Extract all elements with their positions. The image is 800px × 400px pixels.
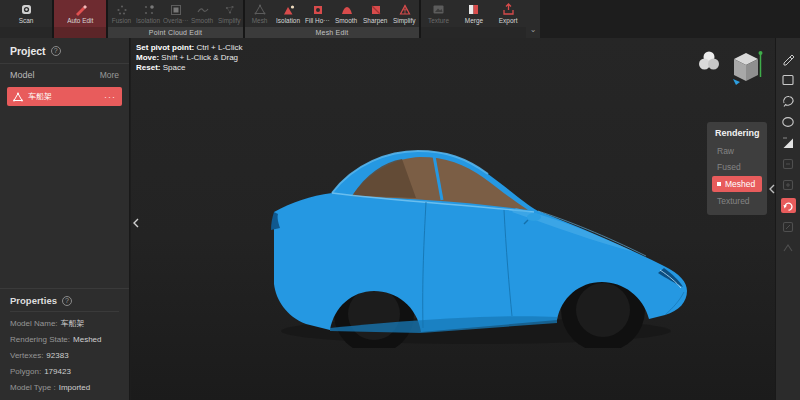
output-block: Texture Merge Export	[421, 0, 526, 38]
merge-icon	[467, 3, 480, 16]
magic-pen-icon	[74, 3, 87, 16]
point-cloud-edit-group-label: Point Cloud Edit	[108, 27, 243, 38]
overlap-detection-button[interactable]: Overla···	[162, 0, 189, 27]
viewport-hints: Set pivot point: Ctrl + L-Click Move: Sh…	[136, 43, 242, 73]
ellipse-select-icon[interactable]	[781, 114, 796, 129]
more-button[interactable]: More	[100, 70, 119, 80]
mesh-edit-group: Mesh Isolation Fill Ho···	[245, 0, 419, 38]
disabled-tool-icon-3[interactable]	[781, 219, 796, 234]
project-panel-title: Project	[10, 45, 46, 57]
lasso-select-icon[interactable]	[781, 93, 796, 108]
selected-bullet-icon	[717, 182, 721, 186]
3d-viewport[interactable]: Set pivot point: Ctrl + L-Click Move: Sh…	[131, 38, 775, 400]
model-item-name: 车船架	[28, 91, 99, 102]
mesh-smooth-button[interactable]: Smooth	[332, 0, 361, 27]
project-panel: Project ? Model More 车船架 ··· Properties …	[0, 38, 130, 400]
scanner-icon	[20, 3, 33, 16]
pc-smooth-button[interactable]: Smooth	[189, 0, 216, 27]
scan-button[interactable]: Scan	[0, 0, 52, 27]
smooth-wave-icon	[196, 3, 209, 16]
model-list-item-selected[interactable]: 车船架 ···	[7, 87, 122, 106]
point-cloud-edit-group: Fusion Isolation Overla···	[108, 0, 243, 38]
red-fill-holes-icon	[311, 3, 324, 16]
simplify-dots-icon	[223, 3, 236, 16]
prop-model-type: Model Type :Imported	[10, 380, 119, 396]
delete-selection-icon[interactable]	[781, 198, 796, 213]
rect-select-icon[interactable]	[781, 72, 796, 87]
red-simplify-icon	[398, 3, 411, 16]
scan-label: Scan	[19, 17, 34, 23]
selection-tool-strip	[775, 38, 800, 400]
mesh-isolation-button[interactable]: Isolation	[274, 0, 303, 27]
export-dropdown-chevron[interactable]: ⌄	[526, 0, 540, 38]
chevron-down-icon: ⌄	[530, 25, 537, 34]
model-section-label: Model	[10, 70, 35, 80]
pc-isolation-button[interactable]: Isolation	[135, 0, 162, 27]
rendering-option-fused[interactable]: Fused	[707, 159, 767, 175]
rendering-panel: Rendering Raw Fused Meshed Textured	[707, 122, 767, 215]
toolbar-filler	[540, 0, 800, 38]
view-cube-icon[interactable]	[731, 50, 763, 88]
properties-help-icon[interactable]: ?	[62, 296, 72, 306]
texture-image-icon	[432, 3, 445, 16]
rendering-option-textured[interactable]: Textured	[707, 193, 767, 209]
rendering-option-meshed[interactable]: Meshed	[712, 176, 762, 192]
right-strip-collapse-handle[interactable]	[767, 178, 776, 200]
fusion-dots-icon	[115, 3, 128, 16]
red-isolation-icon	[282, 3, 295, 16]
chevron-left-small-icon	[769, 184, 775, 194]
chevron-left-icon	[133, 218, 139, 228]
mesh-triangle-icon	[13, 88, 23, 106]
red-sharpen-icon	[369, 3, 382, 16]
texture-button[interactable]: Texture	[421, 0, 456, 27]
project-help-icon[interactable]: ?	[51, 46, 61, 56]
top-toolbar: Scan Auto Edit	[0, 0, 800, 38]
rendering-option-raw[interactable]: Raw	[707, 143, 767, 159]
invert-selection-icon[interactable]	[781, 135, 796, 150]
model-item-menu-icon[interactable]: ···	[104, 92, 116, 102]
sharpen-button[interactable]: Sharpen	[361, 0, 390, 27]
fusion-button[interactable]: Fusion	[108, 0, 135, 27]
disabled-tool-icon-1[interactable]	[781, 156, 796, 171]
properties-title: Properties	[10, 295, 57, 306]
app-window: Scan Auto Edit	[0, 0, 800, 400]
disabled-tool-icon-2[interactable]	[781, 177, 796, 192]
left-panel-collapse-handle[interactable]	[131, 210, 141, 236]
export-button[interactable]: Export	[491, 0, 526, 27]
prop-model-name: Model Name:车船架	[10, 316, 119, 332]
mesh-simplify-button[interactable]: Simplify	[390, 0, 419, 27]
fill-holes-button[interactable]: Fill Ho···	[303, 0, 332, 27]
mesh-edit-group-label: Mesh Edit	[245, 27, 419, 38]
auto-edit-button[interactable]: Auto Edit	[54, 0, 106, 27]
prop-rendering-state: Rendering State:Meshed	[10, 332, 119, 348]
prop-polygon: Polygon:179423	[10, 364, 119, 380]
merge-button[interactable]: Merge	[456, 0, 491, 27]
export-icon	[502, 3, 515, 16]
auto-edit-block: Auto Edit	[54, 0, 106, 38]
deselect-pen-icon[interactable]	[781, 51, 796, 66]
scan-block: Scan	[0, 0, 52, 38]
properties-panel: Properties ? Model Name:车船架 Rendering St…	[0, 288, 129, 400]
disabled-tool-icon-4[interactable]	[781, 240, 796, 255]
prop-vertexes: Vertexes:92383	[10, 348, 119, 364]
mesh-button[interactable]: Mesh	[245, 0, 274, 27]
pc-simplify-button[interactable]: Simplify	[216, 0, 243, 27]
mesh-triangles-icon	[253, 3, 266, 16]
auto-edit-label: Auto Edit	[67, 17, 93, 23]
rendering-panel-title: Rendering	[707, 127, 767, 143]
isolation-dots-icon	[142, 3, 155, 16]
red-smooth-icon	[340, 3, 353, 16]
point-cloud-blob-icon[interactable]	[698, 50, 720, 72]
car-model	[266, 148, 696, 348]
overlap-icon	[169, 3, 182, 16]
